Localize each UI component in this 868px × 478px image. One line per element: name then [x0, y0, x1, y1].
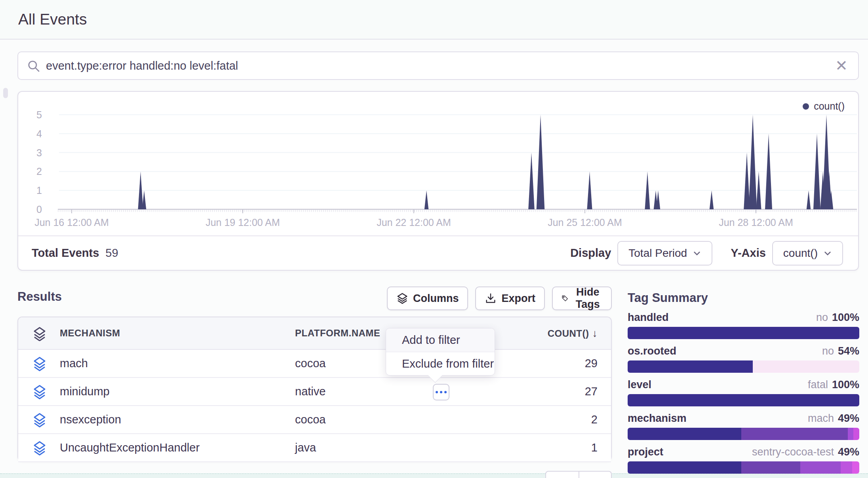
tag-name: os.rooted	[628, 345, 676, 357]
layers-icon	[33, 413, 46, 427]
search-icon	[27, 59, 40, 73]
tag-item-mechanism: mechanism mach 49%	[628, 412, 859, 425]
tag-bar-segment[interactable]	[741, 461, 800, 474]
cell-platform[interactable]: java	[295, 434, 316, 461]
search-query-text[interactable]: event.type:error handled:no level:fatal	[46, 52, 238, 79]
cell-mechanism[interactable]: UncaughtExceptionHandler	[60, 434, 200, 461]
table-row[interactable]: UncaughtExceptionHandler java 1	[18, 434, 611, 462]
export-button[interactable]: Export	[475, 286, 545, 310]
cell-platform[interactable]: cocoa	[295, 406, 326, 433]
tag-top-pct: 54%	[838, 345, 859, 357]
columns-button-label: Columns	[413, 292, 459, 305]
pagination-divider	[579, 472, 579, 478]
tag-name: mechanism	[628, 412, 687, 425]
tag-bar-mechanism[interactable]	[628, 428, 859, 440]
cell-platform[interactable]: native	[295, 378, 326, 405]
layers-icon	[33, 357, 46, 371]
ellipsis-icon	[436, 391, 438, 393]
search-input[interactable]: event.type:error handled:no level:fatal …	[17, 51, 859, 80]
tag-bar-segment[interactable]	[628, 360, 753, 373]
menu-item-exclude-from-filter[interactable]: Exclude from filter	[386, 352, 495, 376]
chart-footer: Total Events 59 Display Total Period Y-A…	[18, 235, 858, 270]
display-select-value: Total Period	[628, 247, 687, 260]
svg-text:Jun 28 12:00 AM: Jun 28 12:00 AM	[719, 217, 793, 228]
display-select[interactable]: Total Period	[617, 241, 712, 266]
tag-bar-segment[interactable]	[628, 394, 859, 406]
chart-legend: count()	[803, 101, 845, 112]
tag-item-project: project sentry-cocoa-test 49%	[628, 446, 859, 458]
tag-top-value: sentry-cocoa-test	[752, 446, 834, 458]
cell-count[interactable]: 1	[591, 434, 598, 461]
tag-top-value: mach	[808, 412, 834, 425]
page-title: All Events	[18, 0, 87, 39]
tag-name: project	[628, 446, 663, 458]
tag-top-value: no	[822, 345, 834, 357]
sidebar-drag-handle-icon[interactable]	[3, 88, 8, 98]
tag-bar-level[interactable]	[628, 394, 859, 406]
layers-icon	[33, 441, 46, 455]
tag-bar-segment[interactable]	[628, 327, 859, 339]
table-row[interactable]: minidump native 27	[18, 378, 611, 406]
table-row[interactable]: nsexception cocoa 2	[18, 406, 611, 434]
app: All Events event.type:error handled:no l…	[0, 0, 868, 478]
total-events: Total Events 59	[18, 247, 118, 260]
tag-icon	[562, 292, 568, 304]
cell-count[interactable]: 27	[585, 378, 598, 405]
tag-bar-segment[interactable]	[628, 428, 741, 440]
pagination-buttons[interactable]	[545, 471, 612, 478]
svg-text:3: 3	[36, 147, 42, 158]
svg-text:Jun 19 12:00 AM: Jun 19 12:00 AM	[206, 217, 280, 228]
svg-text:Jun 22 12:00 AM: Jun 22 12:00 AM	[377, 217, 451, 228]
download-icon	[485, 292, 497, 304]
table-header-row: MECHANISM PLATFORM.NAME COUNT()↓	[18, 317, 611, 350]
column-header-count[interactable]: COUNT()↓	[548, 317, 598, 349]
cell-platform[interactable]: cocoa	[295, 350, 326, 377]
tag-bar-segment[interactable]	[800, 461, 841, 474]
hide-tags-button[interactable]: Hide Tags	[552, 286, 612, 310]
display-label: Display	[570, 247, 611, 260]
cell-mechanism[interactable]: mach	[60, 350, 88, 377]
clear-search-icon[interactable]: ✕	[834, 58, 849, 74]
tag-bar-segment[interactable]	[852, 461, 859, 474]
results-table: MECHANISM PLATFORM.NAME COUNT()↓ mach co…	[17, 317, 612, 461]
yaxis-select[interactable]: count()	[772, 241, 843, 266]
ellipsis-icon	[444, 391, 447, 393]
tag-bar-segment[interactable]	[848, 428, 854, 440]
table-row[interactable]: mach cocoa 29	[18, 350, 611, 378]
tag-name: handled	[628, 311, 669, 324]
menu-item-add-to-filter[interactable]: Add to filter	[386, 328, 495, 352]
tag-bar-os-rooted[interactable]	[628, 360, 859, 373]
cell-mechanism[interactable]: nsexception	[60, 406, 121, 433]
legend-label: count()	[814, 101, 845, 112]
cell-count[interactable]: 29	[585, 350, 598, 377]
column-header-platform[interactable]: PLATFORM.NAME	[295, 317, 380, 349]
ellipsis-icon	[440, 391, 442, 393]
bottom-edge-strip	[0, 473, 868, 478]
svg-text:1: 1	[36, 185, 42, 196]
tag-bar-segment[interactable]	[741, 428, 848, 440]
cell-count[interactable]: 2	[591, 406, 598, 433]
results-title: Results	[17, 290, 62, 304]
legend-dot-icon	[803, 103, 809, 110]
events-chart: 012345Jun 16 12:00 AMJun 19 12:00 AMJun …	[18, 92, 858, 236]
total-events-label: Total Events	[32, 247, 99, 260]
sort-desc-icon: ↓	[592, 327, 598, 339]
tag-name: level	[628, 379, 651, 391]
chevron-down-icon	[693, 249, 701, 258]
tag-bar-segment[interactable]	[841, 461, 852, 474]
columns-button[interactable]: Columns	[387, 286, 468, 310]
tag-bar-segment[interactable]	[628, 461, 741, 474]
column-header-mechanism[interactable]: MECHANISM	[60, 317, 120, 349]
tag-bar-project[interactable]	[628, 461, 859, 474]
cell-actions-button[interactable]	[433, 384, 449, 400]
tag-top-value: fatal	[808, 379, 828, 391]
tag-summary-title: Tag Summary	[628, 291, 708, 305]
tag-item-os-rooted: os.rooted no 54%	[628, 345, 859, 357]
events-chart-panel: 012345Jun 16 12:00 AMJun 19 12:00 AMJun …	[17, 91, 859, 271]
tag-bar-segment[interactable]	[853, 428, 859, 440]
cell-mechanism[interactable]: minidump	[60, 378, 110, 405]
svg-text:0: 0	[36, 204, 42, 215]
cell-context-menu: Add to filter Exclude from filter	[386, 328, 495, 376]
tag-bar-handled[interactable]	[628, 327, 859, 339]
yaxis-select-value: count()	[783, 247, 818, 260]
